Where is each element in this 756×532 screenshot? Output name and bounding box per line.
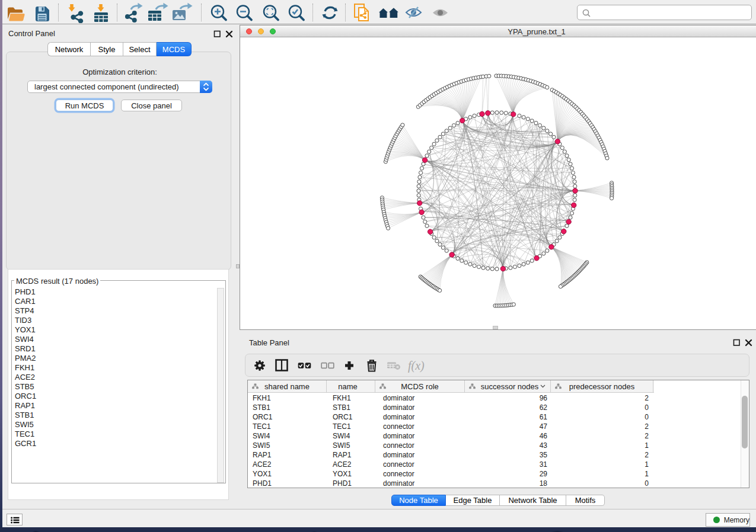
svg-text:f(x): f(x): [408, 359, 425, 373]
